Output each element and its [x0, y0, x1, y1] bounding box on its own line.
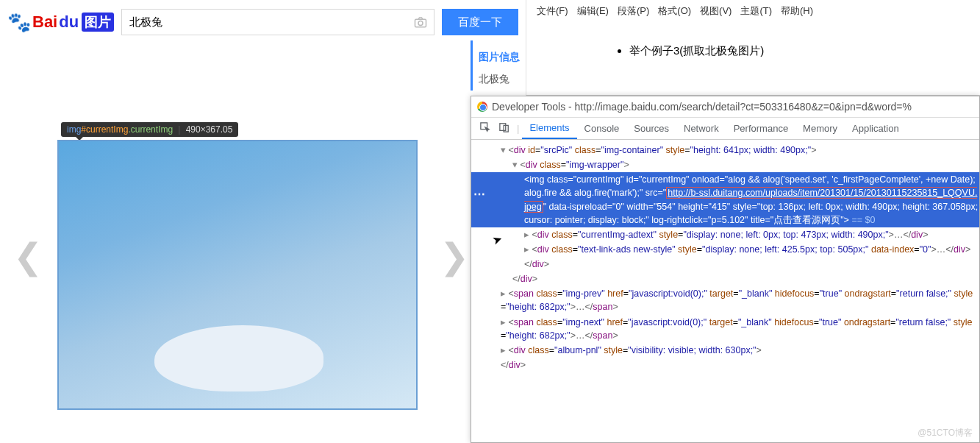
- dom-node[interactable]: <div class="currentImg-adtext" style="di…: [471, 227, 979, 242]
- dom-node[interactable]: <div id="srcPic" class="img-container" s…: [471, 143, 979, 157]
- devtools-window: Developer Tools - http://image.baidu.com…: [471, 96, 980, 443]
- dom-node[interactable]: <div class="album-pnl" style="visibility…: [471, 343, 979, 358]
- menu-view[interactable]: 视图(V): [697, 3, 734, 19]
- dom-node[interactable]: </div>: [471, 358, 979, 372]
- watermark: @51CTO博客: [918, 427, 973, 439]
- devtools-title: Developer Tools - http://image.baidu.com…: [492, 101, 912, 113]
- typora-content[interactable]: 举个例子3(抓取北极兔图片): [526, 22, 980, 58]
- menu-edit[interactable]: 编辑(E): [574, 3, 612, 19]
- tab-console[interactable]: Console: [577, 118, 627, 138]
- sidebar-keyword[interactable]: 北极兔: [479, 68, 526, 91]
- next-arrow-icon[interactable]: ❯: [440, 235, 469, 277]
- dom-node[interactable]: </div>: [471, 272, 979, 286]
- dom-node[interactable]: <span class="img-next" href="javascript:…: [471, 315, 979, 343]
- dom-node[interactable]: <div class="text-link-ads new-style" sty…: [471, 242, 979, 257]
- ellipsis-icon[interactable]: ⋯: [473, 187, 485, 201]
- logo-tupian: 图片: [82, 13, 114, 32]
- logo-bai: Bai: [32, 13, 57, 32]
- search-box: [121, 9, 434, 35]
- image-area: img#currentImg.currentImg | 490×367.05: [57, 140, 418, 410]
- menu-paragraph[interactable]: 段落(P): [615, 3, 652, 19]
- typora-menubar: 文件(F) 编辑(E) 段落(P) 格式(O) 视图(V) 主题(T) 帮助(H…: [526, 0, 980, 22]
- element-tooltip: img#currentImg.currentImg | 490×367.05: [61, 122, 238, 137]
- dom-node[interactable]: <span class="img-prev" href="javascript:…: [471, 286, 979, 314]
- tab-performance[interactable]: Performance: [726, 118, 795, 138]
- tab-network[interactable]: Network: [676, 118, 726, 138]
- menu-file[interactable]: 文件(F): [534, 3, 571, 19]
- search-button[interactable]: 百度一下: [442, 9, 518, 35]
- prev-arrow-icon[interactable]: ❮: [13, 235, 43, 277]
- devtools-titlebar: Developer Tools - http://image.baidu.com…: [471, 96, 979, 118]
- baidu-image-viewer: 🐾 Baidu 图片 百度一下 图片信息 北极兔 ❮ ❯ img#current…: [0, 0, 526, 443]
- svg-rect-3: [500, 124, 506, 131]
- bullet-item: 举个例子3(抓取北极兔图片): [629, 44, 980, 58]
- dom-node[interactable]: <div class="img-wrapper">: [471, 157, 979, 172]
- tab-memory[interactable]: Memory: [795, 118, 845, 138]
- menu-help[interactable]: 帮助(H): [778, 3, 816, 19]
- inspect-icon[interactable]: [476, 119, 495, 138]
- tab-elements[interactable]: Elements: [522, 118, 576, 139]
- search-input[interactable]: [122, 10, 407, 35]
- device-icon[interactable]: [495, 119, 514, 138]
- typora-window: 文件(F) 编辑(E) 段落(P) 格式(O) 视图(V) 主题(T) 帮助(H…: [526, 0, 980, 96]
- chrome-icon: [477, 102, 487, 112]
- info-sidebar: 图片信息 北极兔: [471, 40, 526, 91]
- menu-theme[interactable]: 主题(T): [737, 3, 775, 19]
- sidebar-tab-info[interactable]: 图片信息: [479, 46, 526, 68]
- paw-icon: 🐾: [7, 11, 31, 34]
- baidu-logo[interactable]: 🐾 Baidu 图片: [7, 11, 114, 34]
- baidu-header: 🐾 Baidu 图片 百度一下: [0, 0, 526, 44]
- dom-node-selected[interactable]: <img class="currentImg" id="currentImg" …: [471, 172, 979, 227]
- menu-format[interactable]: 格式(O): [655, 3, 694, 19]
- current-image[interactable]: [57, 140, 418, 410]
- tab-sources[interactable]: Sources: [626, 118, 676, 138]
- dom-node[interactable]: </div>: [471, 257, 979, 272]
- svg-point-1: [418, 21, 423, 26]
- elements-panel[interactable]: <div id="srcPic" class="img-container" s…: [471, 140, 979, 375]
- tab-application[interactable]: Application: [845, 118, 906, 138]
- logo-du: du: [59, 13, 79, 32]
- camera-icon[interactable]: [407, 10, 434, 35]
- devtools-tabs: | Elements Console Sources Network Perfo…: [471, 118, 979, 140]
